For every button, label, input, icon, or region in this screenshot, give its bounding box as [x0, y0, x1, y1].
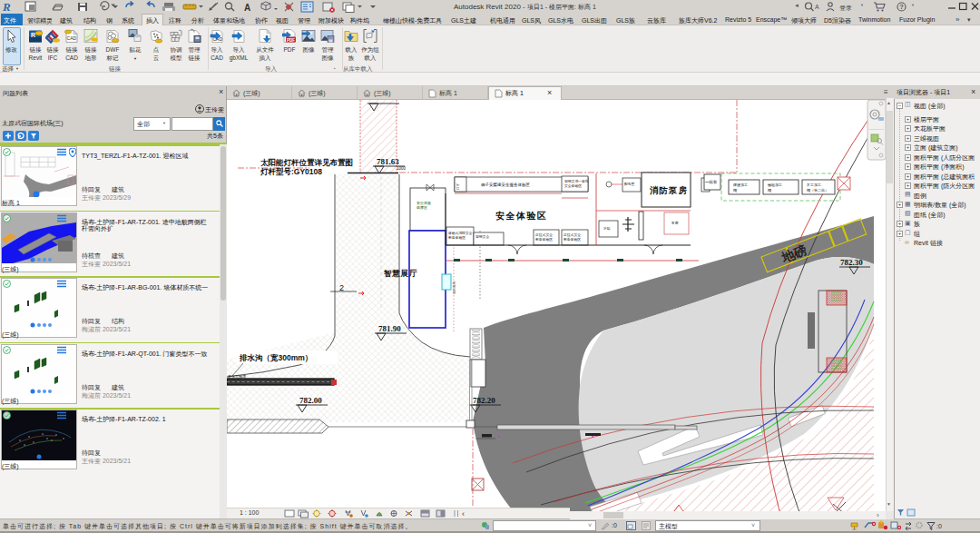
svg-text:泵房: 泵房	[671, 221, 679, 225]
svg-text:A: A	[815, 4, 819, 10]
svg-text:体验式消防安全: 体验式消防安全	[448, 231, 473, 235]
svg-text:智慧消防: 智慧消防	[452, 281, 456, 295]
svg-text:水箱: 水箱	[603, 226, 611, 231]
svg-text:棚: 棚	[733, 188, 737, 192]
svg-text:781.90: 781.90	[378, 324, 401, 333]
svg-text:木工加工: 木工加工	[806, 183, 821, 187]
svg-text:御子安媒建安全服务体验区: 御子安媒建安全服务体验区	[481, 182, 531, 187]
svg-text:太阳能灯杆位置详见布置图: 太阳能灯杆位置详见布置图	[260, 158, 353, 167]
svg-text:教育体验区: 教育体验区	[535, 237, 553, 242]
svg-text:智慧展厅: 智慧展厅	[383, 269, 417, 278]
svg-text:安全体验区: 安全体验区	[495, 211, 548, 221]
svg-text:781.63: 781.63	[377, 157, 399, 166]
svg-text:一联装: 一联装	[705, 180, 718, 184]
svg-text:智慧安消一体化: 智慧安消一体化	[564, 179, 589, 183]
svg-text:A: A	[244, 3, 250, 13]
svg-text:?: ?	[899, 3, 904, 11]
svg-text:排水沟（宽300mm）: 排水沟（宽300mm）	[239, 353, 312, 362]
svg-text:教育体验区: 教育体验区	[448, 235, 466, 240]
svg-text:1000: 1000	[397, 166, 407, 171]
svg-text:消防泵房: 消防泵房	[649, 185, 688, 195]
svg-text::0: :0	[936, 523, 942, 529]
svg-text:‹: ‹	[462, 509, 465, 518]
svg-text:PDF: PDF	[287, 38, 295, 43]
svg-text:R: R	[31, 32, 35, 38]
svg-text:灯杆型号:GY0108: 灯杆型号:GY0108	[260, 167, 322, 176]
svg-text:观摩区: 观摩区	[416, 205, 427, 210]
svg-text:安全体验区: 安全体验区	[564, 183, 582, 188]
svg-text:焊接加工: 焊接加工	[733, 183, 748, 187]
svg-text:2: 2	[339, 283, 344, 292]
svg-text:教育体验区: 教育体验区	[564, 237, 581, 242]
svg-text:智慧安全: 智慧安全	[475, 234, 489, 239]
svg-text:782.00: 782.00	[299, 396, 322, 405]
svg-text:悬挂式安全: 悬挂式安全	[563, 232, 581, 237]
svg-text:782.20: 782.20	[473, 396, 495, 405]
svg-text:入口: 入口	[456, 183, 460, 191]
svg-text:棚（第二批）: 棚（第二批）	[807, 188, 828, 192]
svg-text:棚: 棚	[768, 188, 771, 192]
svg-text:钢筋加工: 钢筋加工	[767, 183, 782, 187]
svg-text:配电室: 配电室	[624, 182, 635, 186]
svg-text:782.30: 782.30	[840, 258, 863, 267]
svg-text:悬挂式安全: 悬挂式安全	[534, 232, 553, 237]
svg-text:CAD: CAD	[67, 35, 77, 41]
